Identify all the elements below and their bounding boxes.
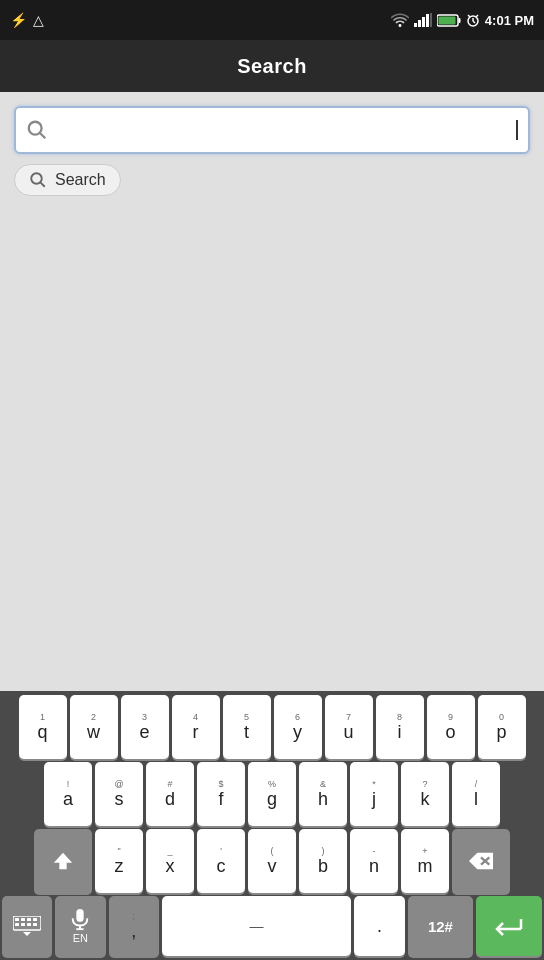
key-w[interactable]: 2 w bbox=[70, 695, 118, 759]
svg-line-12 bbox=[476, 15, 478, 17]
svg-rect-2 bbox=[422, 17, 425, 27]
key-semicolon-comma[interactable]: ; , bbox=[109, 896, 159, 956]
key-s[interactable]: @ s bbox=[95, 762, 143, 826]
svg-rect-7 bbox=[438, 16, 455, 24]
search-suggestion-button[interactable]: Search bbox=[14, 164, 121, 196]
key-num[interactable]: 12# bbox=[408, 896, 474, 956]
status-left-icons: ⚡ △ bbox=[10, 12, 44, 28]
key-t[interactable]: 5 t bbox=[223, 695, 271, 759]
key-period[interactable]: . bbox=[354, 896, 404, 956]
key-v[interactable]: ( v bbox=[248, 829, 296, 893]
key-b[interactable]: ) b bbox=[299, 829, 347, 893]
signal-icon bbox=[414, 13, 432, 27]
keyboard-row-2: ! a @ s # d $ f % g & h * j ? k bbox=[2, 762, 542, 826]
num-label: 12# bbox=[428, 918, 453, 935]
wifi-icon bbox=[391, 13, 409, 27]
key-space[interactable]: — bbox=[162, 896, 351, 956]
battery-icon bbox=[437, 14, 461, 27]
page-title: Search bbox=[237, 55, 307, 78]
svg-marker-17 bbox=[54, 853, 72, 870]
text-cursor bbox=[516, 120, 518, 140]
search-input-container[interactable] bbox=[14, 106, 530, 154]
key-lang[interactable]: EN bbox=[55, 896, 105, 956]
key-h[interactable]: & h bbox=[299, 762, 347, 826]
svg-rect-24 bbox=[33, 918, 37, 921]
svg-rect-0 bbox=[414, 23, 417, 27]
key-r[interactable]: 4 r bbox=[172, 695, 220, 759]
svg-rect-1 bbox=[418, 20, 421, 27]
key-a[interactable]: ! a bbox=[44, 762, 92, 826]
lang-label: EN bbox=[73, 932, 88, 944]
alert-icon: △ bbox=[33, 12, 44, 28]
key-u[interactable]: 7 u bbox=[325, 695, 373, 759]
svg-line-10 bbox=[473, 21, 475, 23]
key-c[interactable]: ' c bbox=[197, 829, 245, 893]
keyboard-row-4: EN ; , — . 12# bbox=[2, 896, 542, 956]
svg-point-15 bbox=[31, 173, 42, 184]
key-i[interactable]: 8 i bbox=[376, 695, 424, 759]
key-o[interactable]: 9 o bbox=[427, 695, 475, 759]
search-input[interactable] bbox=[56, 120, 515, 141]
svg-rect-6 bbox=[458, 18, 460, 23]
main-content: Search bbox=[0, 92, 544, 691]
delete-icon bbox=[469, 852, 493, 870]
status-right-icons: 4:01 PM bbox=[391, 13, 534, 28]
key-g[interactable]: % g bbox=[248, 762, 296, 826]
key-enter[interactable] bbox=[476, 896, 542, 956]
svg-rect-26 bbox=[21, 923, 25, 926]
svg-rect-3 bbox=[426, 14, 429, 27]
key-shift[interactable] bbox=[34, 829, 92, 893]
keyboard-row-3: " z _ x ' c ( v ) b - n + m bbox=[2, 829, 542, 893]
keyboard: 1 q 2 w 3 e 4 r 5 t 6 y 7 u 8 i bbox=[0, 691, 544, 960]
svg-line-14 bbox=[40, 133, 45, 138]
key-e[interactable]: 3 e bbox=[121, 695, 169, 759]
svg-rect-29 bbox=[77, 909, 84, 922]
keyboard-icon bbox=[13, 916, 41, 936]
svg-line-16 bbox=[41, 183, 45, 187]
svg-rect-22 bbox=[21, 918, 25, 921]
clock-time: 4:01 PM bbox=[485, 13, 534, 28]
key-m[interactable]: + m bbox=[401, 829, 449, 893]
key-d[interactable]: # d bbox=[146, 762, 194, 826]
status-bar: ⚡ △ 4:0 bbox=[0, 0, 544, 40]
key-j[interactable]: * j bbox=[350, 762, 398, 826]
enter-icon bbox=[495, 915, 523, 937]
suggestion-search-icon bbox=[29, 171, 47, 189]
svg-rect-25 bbox=[15, 923, 19, 926]
key-q[interactable]: 1 q bbox=[19, 695, 67, 759]
key-n[interactable]: - n bbox=[350, 829, 398, 893]
key-k[interactable]: ? k bbox=[401, 762, 449, 826]
key-l[interactable]: / l bbox=[452, 762, 500, 826]
search-input-icon bbox=[26, 119, 48, 141]
key-p[interactable]: 0 p bbox=[478, 695, 526, 759]
svg-rect-21 bbox=[15, 918, 19, 921]
title-bar: Search bbox=[0, 40, 544, 92]
suggestion-label: Search bbox=[55, 171, 106, 189]
shift-icon bbox=[52, 850, 74, 872]
key-y[interactable]: 6 y bbox=[274, 695, 322, 759]
key-keyboard[interactable] bbox=[2, 896, 52, 956]
space-label: — bbox=[250, 918, 264, 934]
svg-rect-4 bbox=[430, 13, 432, 27]
svg-rect-23 bbox=[27, 918, 31, 921]
svg-rect-27 bbox=[27, 923, 31, 926]
key-delete[interactable] bbox=[452, 829, 510, 893]
key-z[interactable]: " z bbox=[95, 829, 143, 893]
usb-icon: ⚡ bbox=[10, 12, 27, 28]
svg-rect-28 bbox=[33, 923, 37, 926]
svg-line-11 bbox=[468, 15, 470, 17]
key-f[interactable]: $ f bbox=[197, 762, 245, 826]
mic-icon bbox=[71, 909, 89, 931]
keyboard-row-1: 1 q 2 w 3 e 4 r 5 t 6 y 7 u 8 i bbox=[2, 695, 542, 759]
svg-point-13 bbox=[29, 122, 42, 135]
alarm-icon bbox=[466, 13, 480, 27]
key-x[interactable]: _ x bbox=[146, 829, 194, 893]
